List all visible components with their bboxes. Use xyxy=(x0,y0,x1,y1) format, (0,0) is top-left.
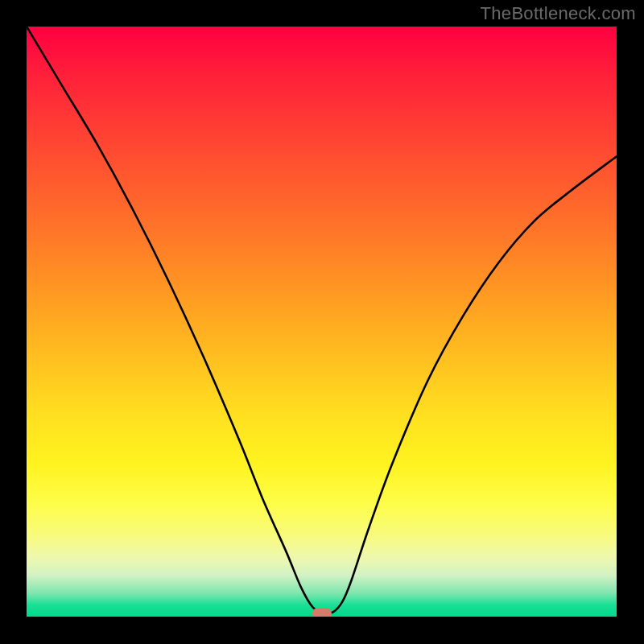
curve-path xyxy=(27,27,617,613)
chart-frame: TheBottleneck.com xyxy=(0,0,644,644)
watermark-label: TheBottleneck.com xyxy=(481,3,636,24)
plot-area xyxy=(27,27,617,617)
bottleneck-curve xyxy=(27,27,617,617)
optimum-marker xyxy=(312,608,332,617)
